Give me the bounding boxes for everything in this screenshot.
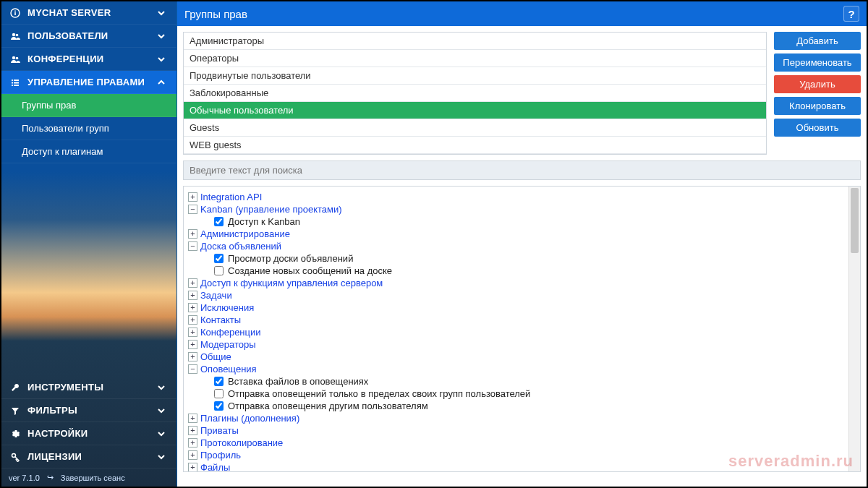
users-icon xyxy=(10,54,20,64)
permissions-tree-wrap: +Integration API−Kanban (управление прое… xyxy=(183,186,861,472)
nav-item-label: КОНФЕРЕНЦИИ xyxy=(27,53,148,64)
tree-node: +Профиль xyxy=(188,449,857,461)
group-row[interactable]: Guests xyxy=(184,119,766,137)
tree-toggle[interactable]: + xyxy=(188,278,197,288)
group-row[interactable]: Продвинутые пользователи xyxy=(184,67,766,85)
tree-toggle[interactable]: + xyxy=(188,315,197,325)
tree-toggle[interactable]: + xyxy=(188,438,197,448)
tree-check-row: Вставка файлов в оповещениях xyxy=(188,375,857,388)
tree-node: +Общие xyxy=(188,351,857,363)
gear-icon xyxy=(10,429,20,439)
nav-sub-0[interactable]: Группы прав xyxy=(1,94,176,117)
tree-toggle[interactable]: + xyxy=(188,414,197,423)
tree-node: −Доска объявлений xyxy=(188,240,857,252)
tree-toggle[interactable]: + xyxy=(188,192,197,202)
scrollbar-thumb[interactable] xyxy=(851,188,859,253)
add-button[interactable]: Добавить xyxy=(774,32,861,50)
tree-node-label[interactable]: Kanban (управление проектами) xyxy=(200,204,342,215)
help-button[interactable]: ? xyxy=(843,6,859,22)
nav-bottom-0[interactable]: ИНСТРУМЕНТЫ xyxy=(1,376,176,399)
nav-sub-1[interactable]: Пользователи групп xyxy=(1,117,176,140)
tree-node-label[interactable]: Оповещения xyxy=(200,364,257,374)
permission-checkbox[interactable] xyxy=(214,266,224,275)
clone-button[interactable]: Клонировать xyxy=(774,97,861,115)
permission-label: Создание новых сообщений на доске xyxy=(228,265,392,276)
tree-node: +Integration API xyxy=(188,191,857,203)
chevron-down-icon xyxy=(156,406,166,416)
nav-item-1[interactable]: ПОЛЬЗОВАТЕЛИ xyxy=(1,25,176,48)
filter-icon xyxy=(10,406,20,416)
permission-checkbox[interactable] xyxy=(214,401,224,411)
tree-node-label[interactable]: Плагины (дополнения) xyxy=(200,413,299,424)
tree-node: +Конференции xyxy=(188,326,857,338)
logout-icon[interactable]: ↪ xyxy=(47,473,54,482)
nav-bottom-1[interactable]: ФИЛЬТРЫ xyxy=(1,399,176,422)
nav-bottom-3[interactable]: ЛИЦЕНЗИИ xyxy=(1,445,176,468)
nav-item-label: ЛИЦЕНЗИИ xyxy=(27,451,148,462)
tree-toggle[interactable]: − xyxy=(188,205,197,214)
chevron-down-icon xyxy=(156,382,166,393)
nav-item-label: MYCHAT SERVER xyxy=(27,7,148,18)
tree-toggle[interactable]: − xyxy=(188,241,197,251)
tree-toggle[interactable]: + xyxy=(188,450,197,460)
group-row[interactable]: Операторы xyxy=(184,50,766,67)
nav-item-label: ПОЛЬЗОВАТЕЛИ xyxy=(27,30,148,41)
tree-node-label[interactable]: Доска объявлений xyxy=(200,241,281,252)
delete-button[interactable]: Удалить xyxy=(774,75,861,93)
nav-item-label: УПРАВЛЕНИЕ ПРАВАМИ xyxy=(27,77,148,87)
tree-toggle[interactable]: − xyxy=(188,364,197,374)
permission-checkbox[interactable] xyxy=(214,254,224,263)
tree-node-label[interactable]: Конференции xyxy=(200,327,261,338)
tree-node-label[interactable]: Контакты xyxy=(200,314,241,325)
rename-button[interactable]: Переименовать xyxy=(774,53,861,72)
tree-toggle[interactable]: + xyxy=(188,303,197,312)
tree-node-label[interactable]: Integration API xyxy=(200,192,262,202)
tree-node-label[interactable]: Задачи xyxy=(200,290,232,301)
tree-node: +Контакты xyxy=(188,314,857,326)
nav-sub-2[interactable]: Доступ к плагинам xyxy=(1,140,176,163)
permission-checkbox[interactable] xyxy=(214,217,224,226)
svg-rect-2 xyxy=(14,10,16,12)
tree-toggle[interactable]: + xyxy=(188,291,197,300)
group-row[interactable]: Обычные пользователи xyxy=(184,102,766,119)
tree-toggle[interactable]: + xyxy=(188,426,197,435)
svg-point-6 xyxy=(16,56,19,59)
refresh-button[interactable]: Обновить xyxy=(774,119,861,137)
group-row[interactable]: Заблокированные xyxy=(184,85,766,102)
tree-node-label[interactable]: Общие xyxy=(200,351,231,362)
tree-toggle[interactable]: + xyxy=(188,352,197,361)
tree-node-label[interactable]: Доступ к функциям управления сервером xyxy=(200,278,383,288)
version-label: ver 7.1.0 xyxy=(9,474,40,482)
tree-check-row: Отправка оповещений только в пределах св… xyxy=(188,388,857,400)
logout-link[interactable]: Завершить сеанс xyxy=(61,474,125,482)
tree-node-label[interactable]: Администрирование xyxy=(200,228,290,239)
permission-checkbox[interactable] xyxy=(214,377,224,386)
group-row[interactable]: Администраторы xyxy=(184,33,766,50)
vertical-scrollbar[interactable] xyxy=(848,187,860,471)
nav-item-2[interactable]: КОНФЕРЕНЦИИ xyxy=(1,48,176,71)
svg-rect-7 xyxy=(12,80,13,81)
nav-item-3[interactable]: УПРАВЛЕНИЕ ПРАВАМИ xyxy=(1,71,176,94)
tree-node-label[interactable]: Профиль xyxy=(200,450,241,461)
permission-label: Вставка файлов в оповещениях xyxy=(228,376,368,387)
chevron-down-icon xyxy=(156,8,166,18)
nav-bottom-2[interactable]: НАСТРОЙКИ xyxy=(1,422,176,445)
tree-node-label[interactable]: Приваты xyxy=(200,425,239,436)
tree-toggle[interactable]: + xyxy=(188,463,197,472)
chevron-down-icon xyxy=(156,429,166,439)
tree-node-label[interactable]: Протоколирование xyxy=(200,437,283,448)
tree-toggle[interactable]: + xyxy=(188,328,197,337)
nav-item-0[interactable]: MYCHAT SERVER xyxy=(1,1,176,25)
tree-node-label[interactable]: Файлы xyxy=(200,462,230,472)
tree-toggle[interactable]: + xyxy=(188,340,197,349)
chevron-down-icon xyxy=(156,452,166,462)
tree-node-label[interactable]: Модераторы xyxy=(200,339,256,350)
list-icon xyxy=(10,77,20,87)
search-input[interactable] xyxy=(190,165,854,176)
svg-point-4 xyxy=(16,33,19,36)
wrench-icon xyxy=(10,382,20,393)
tree-node-label[interactable]: Исключения xyxy=(200,302,254,313)
group-row[interactable]: WEB guests xyxy=(184,137,766,154)
permission-checkbox[interactable] xyxy=(214,389,224,398)
tree-toggle[interactable]: + xyxy=(188,229,197,239)
